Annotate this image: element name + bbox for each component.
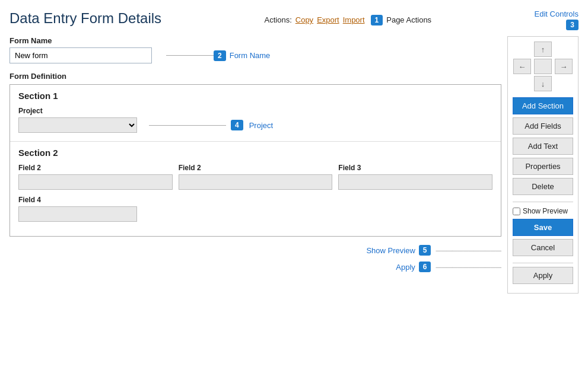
copy-action[interactable]: Copy bbox=[295, 15, 313, 24]
section-2-block: Section 2 Field 2 Field 2 Field 3 bbox=[10, 142, 501, 236]
export-action[interactable]: Export bbox=[317, 15, 339, 24]
field-2b-input[interactable] bbox=[179, 174, 333, 190]
cancel-button[interactable]: Cancel bbox=[513, 239, 573, 256]
field-3-input[interactable] bbox=[338, 174, 492, 190]
add-section-button[interactable]: Add Section bbox=[513, 97, 573, 114]
project-callout-row: 4 Project bbox=[18, 117, 492, 133]
field-2a-input[interactable] bbox=[18, 174, 173, 190]
left-panel: Form Name 2 Form Name Form Definition Se… bbox=[9, 36, 501, 294]
delete-button[interactable]: Delete bbox=[513, 178, 573, 195]
project-field-label: Project bbox=[18, 107, 492, 115]
add-text-button[interactable]: Add Text bbox=[513, 138, 573, 155]
project-select[interactable] bbox=[18, 117, 137, 133]
actions-label: Actions: bbox=[265, 15, 292, 24]
project-callout-badge: 4 bbox=[231, 120, 243, 130]
apply-button[interactable]: Apply bbox=[513, 267, 573, 284]
project-callout-text: Project bbox=[249, 121, 273, 130]
show-preview-checkbox[interactable] bbox=[513, 208, 520, 215]
arrow-right-button[interactable]: → bbox=[555, 59, 573, 74]
save-button[interactable]: Save bbox=[513, 219, 573, 236]
section-2-row-1: Field 2 Field 2 Field 3 bbox=[18, 164, 492, 190]
field-2a-col: Field 2 bbox=[18, 164, 173, 190]
page-actions-badge: 1 bbox=[371, 15, 383, 25]
form-name-row: 2 Form Name bbox=[9, 47, 501, 63]
form-name-callout-text: Form Name bbox=[230, 51, 271, 60]
edit-controls-area: Edit Controls 3 bbox=[535, 9, 579, 30]
properties-button[interactable]: Properties bbox=[513, 158, 573, 175]
arrow-center-empty bbox=[534, 59, 552, 74]
arrow-left-button[interactable]: ← bbox=[513, 59, 531, 74]
page-actions-text: Page Actions bbox=[386, 15, 431, 24]
field-empty-col1 bbox=[143, 196, 315, 222]
form-name-callout: 2 Form Name bbox=[166, 50, 270, 61]
arrow-up-button[interactable]: ↑ bbox=[534, 42, 552, 57]
form-name-label: Form Name bbox=[9, 36, 501, 45]
section-2-title: Section 2 bbox=[18, 148, 492, 158]
right-panel: ↑ ← → ↓ Add Section Add Fields Add Text … bbox=[507, 36, 579, 294]
apply-row: Apply 6 ──────────── bbox=[9, 262, 501, 272]
section-1-block: Section 1 Project 4 Project bbox=[10, 85, 501, 142]
add-fields-button[interactable]: Add Fields bbox=[513, 117, 573, 135]
edit-controls-badge: 3 bbox=[566, 20, 579, 30]
field-4-input[interactable] bbox=[18, 206, 137, 222]
field-2b-col: Field 2 bbox=[179, 164, 333, 190]
project-callout-line bbox=[149, 125, 226, 126]
form-definition-label: Form Definition bbox=[9, 72, 501, 81]
show-preview-check-label: Show Preview bbox=[523, 207, 568, 215]
divider-1 bbox=[513, 202, 573, 202]
arrow-down-button[interactable]: ↓ bbox=[534, 76, 552, 91]
apply-arrow: ──────────── bbox=[436, 263, 501, 272]
edit-controls-text: Edit Controls bbox=[535, 9, 579, 18]
actions-bar: Actions: Copy Export Import 1 Page Actio… bbox=[265, 15, 432, 25]
field-3-label: Field 3 bbox=[338, 164, 492, 172]
field-2b-label: Field 2 bbox=[179, 164, 333, 172]
form-name-input[interactable] bbox=[9, 47, 152, 63]
page-title: Data Entry Form Details bbox=[9, 10, 161, 27]
show-preview-row: Show Preview 5 ──────────── bbox=[9, 245, 501, 256]
field-4-col: Field 4 bbox=[18, 196, 137, 222]
field-2a-label: Field 2 bbox=[18, 164, 173, 172]
show-preview-link[interactable]: Show Preview bbox=[366, 246, 415, 255]
apply-badge: 6 bbox=[419, 262, 431, 272]
divider-2 bbox=[513, 263, 573, 263]
show-preview-badge: 5 bbox=[419, 245, 431, 256]
section-2-row-2: Field 4 bbox=[18, 196, 492, 222]
section-1-title: Section 1 bbox=[18, 91, 492, 101]
apply-link[interactable]: Apply bbox=[396, 263, 415, 272]
show-preview-arrow: ──────────── bbox=[436, 246, 501, 255]
show-preview-check-row: Show Preview bbox=[513, 207, 573, 215]
field-empty-col2 bbox=[321, 196, 493, 222]
field-3-col: Field 3 bbox=[338, 164, 492, 190]
form-name-callout-badge: 2 bbox=[214, 50, 226, 61]
form-definition-box: Section 1 Project 4 Project Section 2 Fi… bbox=[9, 84, 501, 237]
arrow-grid: ↑ ← → ↓ bbox=[513, 42, 573, 91]
import-action[interactable]: Import bbox=[343, 15, 365, 24]
field-4-label: Field 4 bbox=[18, 196, 137, 204]
callout-line-bar bbox=[166, 55, 214, 56]
